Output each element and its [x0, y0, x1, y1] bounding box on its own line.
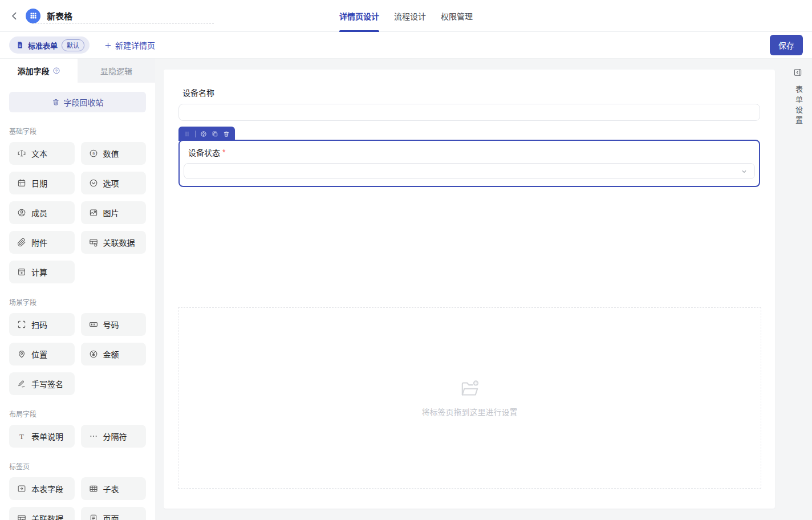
location-pin-icon	[17, 350, 26, 359]
canvas-field-device-name[interactable]: 设备名称	[178, 87, 760, 121]
tab-add-field-label: 添加字段	[18, 65, 50, 76]
field-item-location[interactable]: 位置	[9, 343, 75, 365]
sidebar-tabs: 添加字段 显隐逻辑	[0, 59, 155, 83]
signature-icon	[17, 379, 26, 388]
scene-fields-grid: 扫码 号码 位置 金额 手写签名	[9, 313, 146, 395]
field-item-option[interactable]: 选项	[81, 172, 147, 194]
layout-fields-grid: 表单说明 分隔符	[9, 425, 146, 448]
plus-icon	[104, 42, 112, 49]
form-canvas: 设备名称 设备状态 *	[164, 70, 775, 509]
field-item-formula[interactable]: 计算	[9, 261, 75, 283]
field-item-signature[interactable]: 手写签名	[9, 372, 75, 395]
section-title-basic-fields: 基础字段	[9, 126, 146, 136]
field-item-divider[interactable]: 分隔符	[81, 425, 147, 448]
default-badge: 默认	[62, 39, 84, 51]
field-item-related-data-tab[interactable]: 关联数据	[9, 507, 75, 520]
field-item-page[interactable]: 页面	[81, 507, 147, 520]
field-item-current-table-fields[interactable]: 本表字段	[9, 477, 75, 500]
section-title-tab-pages: 标签页	[9, 461, 146, 471]
back-icon[interactable]	[9, 11, 19, 21]
delete-field-icon[interactable]	[223, 131, 230, 137]
tab-page-dropzone[interactable]: 将标签页拖到这里进行设置	[178, 307, 761, 489]
recycle-bin-label: 字段回收站	[64, 96, 104, 108]
member-icon	[17, 208, 26, 217]
text-field-icon	[17, 149, 26, 158]
field-item-amount[interactable]: 金额	[81, 343, 147, 365]
field-item-form-description[interactable]: 表单说明	[9, 425, 75, 448]
calculator-icon	[17, 267, 26, 277]
field-item-date[interactable]: 日期	[9, 172, 75, 194]
form-name: 标准表单	[28, 40, 58, 51]
section-title-layout-fields: 布局字段	[9, 409, 146, 419]
app-logo	[26, 9, 40, 23]
field-item-attachment[interactable]: 附件	[9, 231, 75, 254]
subtable-icon	[89, 484, 98, 493]
folder-plus-icon	[458, 379, 482, 399]
image-icon	[89, 208, 98, 217]
current-table-icon	[17, 484, 26, 493]
canvas-field-device-status-selected[interactable]: 设备状态 *	[178, 140, 760, 187]
new-detail-page-button[interactable]: 新建详情页	[104, 39, 155, 51]
basic-fields-grid: 文本 数值 日期 选项 成员 图片 附件 关联数据 计算	[9, 142, 146, 283]
paperclip-icon	[17, 238, 26, 247]
field-action-toolbar	[178, 127, 235, 141]
form-settings-rail: 表单设置	[775, 59, 812, 520]
canvas-area: 设备名称 设备状态 *	[155, 59, 775, 520]
table-grid-icon	[29, 11, 38, 20]
field-item-related-data[interactable]: 关联数据	[81, 231, 147, 254]
duplicate-icon[interactable]	[212, 131, 218, 137]
ellipsis-icon	[89, 432, 98, 441]
save-button[interactable]: 保存	[770, 35, 803, 55]
device-name-input[interactable]	[178, 104, 760, 121]
field-item-member[interactable]: 成员	[9, 201, 75, 224]
tab-permission-management[interactable]: 权限管理	[441, 0, 473, 32]
trash-icon	[52, 98, 60, 106]
chevron-down-icon	[740, 168, 748, 176]
field-item-text[interactable]: 文本	[9, 142, 75, 165]
currency-icon	[89, 350, 98, 359]
field-item-number[interactable]: 数值	[81, 142, 147, 165]
new-detail-page-label: 新建详情页	[115, 39, 155, 51]
section-title-scene-fields: 场景字段	[9, 297, 146, 307]
expand-panel-icon[interactable]	[793, 68, 802, 77]
help-icon[interactable]	[52, 67, 60, 75]
scan-icon	[17, 320, 26, 329]
header-left: 新表格	[9, 9, 72, 23]
form-selector-pill[interactable]: 标准表单 默认	[9, 36, 90, 54]
field-label-row: 设备状态 *	[188, 147, 755, 158]
related-data-icon	[17, 514, 26, 520]
option-icon	[89, 178, 98, 188]
header-tabs: 详情页设计 流程设计 权限管理	[339, 0, 473, 32]
tab-pages-grid: 本表字段 子表 关联数据 页面	[9, 477, 146, 520]
toolbar-divider	[195, 131, 196, 137]
form-doc-icon	[16, 41, 24, 49]
field-item-phone-number[interactable]: 号码	[81, 313, 147, 336]
field-recycle-bin-button[interactable]: 字段回收站	[9, 92, 146, 112]
style-palette-icon[interactable]	[200, 131, 207, 137]
related-data-icon	[89, 238, 98, 247]
number-field-icon	[89, 320, 98, 329]
tab-process-design[interactable]: 流程设计	[394, 0, 426, 32]
form-settings-label[interactable]: 表单设置	[793, 86, 804, 127]
field-item-image[interactable]: 图片	[81, 201, 147, 224]
dropzone-hint: 将标签页拖到这里进行设置	[422, 406, 518, 417]
field-label: 设备名称	[182, 87, 760, 98]
tab-visibility-logic[interactable]: 显隐逻辑	[78, 59, 155, 83]
tab-detail-page-design[interactable]: 详情页设计	[339, 0, 379, 32]
required-asterisk: *	[222, 148, 225, 157]
sidebar-content: 字段回收站 基础字段 文本 数值 日期 选项 成员 图片 附件 关联数据 计算 …	[0, 83, 155, 520]
page-icon	[89, 514, 98, 520]
text-T-icon	[17, 432, 26, 441]
app-header: 新表格 详情页设计 流程设计 权限管理	[0, 0, 812, 32]
field-item-scan-code[interactable]: 扫码	[9, 313, 75, 336]
body: 添加字段 显隐逻辑 字段回收站 基础字段 文本 数值 日期 选项 成员 图片 附…	[0, 59, 812, 520]
form-toolbar: 标准表单 默认 新建详情页 保存	[0, 32, 812, 59]
number-icon	[89, 149, 98, 158]
device-status-select[interactable]	[184, 163, 755, 179]
tab-add-field[interactable]: 添加字段	[0, 59, 78, 83]
title-edit-underline	[32, 23, 214, 24]
field-sidebar: 添加字段 显隐逻辑 字段回收站 基础字段 文本 数值 日期 选项 成员 图片 附…	[0, 59, 155, 520]
drag-handle-icon[interactable]	[184, 131, 190, 137]
app-title[interactable]: 新表格	[47, 10, 72, 22]
field-item-subtable[interactable]: 子表	[81, 477, 147, 500]
